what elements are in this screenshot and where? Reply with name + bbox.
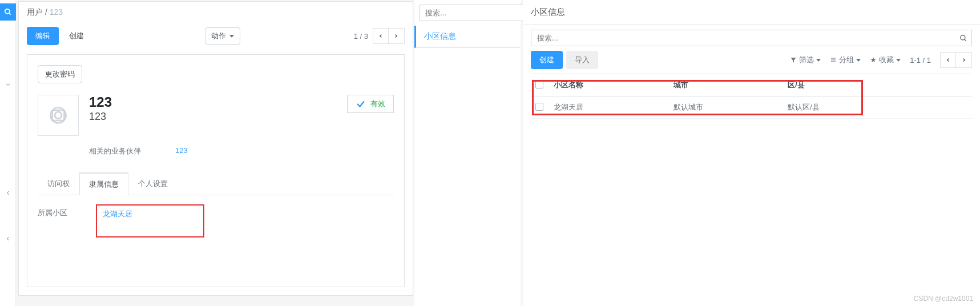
filter-dropdown[interactable]: 筛选: [790, 55, 821, 65]
list-pager-next[interactable]: [956, 52, 972, 68]
cell-district: 默认区/县: [788, 102, 967, 112]
pager-prev-button[interactable]: [373, 28, 389, 44]
list-pager: 1-1 / 1: [910, 56, 931, 65]
chevron-left-icon[interactable]: [0, 183, 16, 203]
search-icon[interactable]: [0, 3, 16, 21]
svg-line-1: [9, 13, 11, 15]
breadcrumb-current: 123: [50, 7, 63, 17]
column-district[interactable]: 区/县: [788, 80, 967, 90]
list-import-button[interactable]: 导入: [566, 51, 598, 69]
caret-down-icon: [816, 59, 821, 62]
tab-belong[interactable]: 隶属信息: [79, 172, 128, 195]
pager: 1 / 3: [354, 28, 405, 44]
nav-strip: [0, 0, 16, 306]
list-create-button[interactable]: 创建: [531, 51, 563, 69]
row-checkbox[interactable]: [535, 103, 543, 111]
column-city[interactable]: 城市: [674, 80, 788, 90]
group-dropdown[interactable]: 分组: [830, 55, 861, 65]
table-header: 小区名称 城市 区/县: [531, 74, 972, 96]
favorite-dropdown[interactable]: 收藏: [870, 55, 901, 65]
user-form-panel: 用户 / 123 编辑 创建 动作 1 / 3 更改密码: [18, 1, 413, 296]
change-password-button[interactable]: 更改密码: [38, 65, 82, 83]
caret-down-icon: [229, 35, 234, 38]
related-partner-link[interactable]: 123: [175, 146, 188, 156]
side-panel: 小区信息: [414, 0, 521, 306]
list-search-input[interactable]: [531, 30, 955, 46]
svg-point-0: [5, 9, 10, 14]
create-button[interactable]: 创建: [61, 27, 92, 45]
related-partner-label: 相关的业务伙伴: [89, 146, 141, 156]
list-pager-prev[interactable]: [940, 52, 956, 68]
user-name: 123: [89, 95, 112, 110]
highlight-box: 龙湖天居: [96, 204, 204, 237]
select-all-checkbox[interactable]: [535, 80, 543, 88]
tab-preferences[interactable]: 个人设置: [128, 172, 178, 195]
cell-city: 默认城市: [674, 102, 788, 112]
breadcrumb: 用户 / 123: [19, 2, 413, 23]
edit-button[interactable]: 编辑: [27, 27, 59, 45]
svg-line-8: [965, 39, 966, 41]
action-dropdown[interactable]: 动作: [205, 27, 240, 45]
svg-point-7: [961, 35, 965, 39]
star-icon: [870, 57, 877, 63]
list-title: 小区信息: [523, 0, 980, 25]
caret-down-icon: [856, 59, 861, 62]
list-icon: [830, 57, 837, 63]
community-link[interactable]: 龙湖天居: [103, 210, 132, 218]
chevron-down-icon[interactable]: [0, 74, 16, 95]
status-badge[interactable]: 有效: [347, 95, 394, 113]
sidebar-item-community[interactable]: 小区信息: [414, 26, 521, 48]
side-search-input[interactable]: [419, 5, 527, 21]
breadcrumb-module[interactable]: 用户: [27, 7, 43, 17]
table-row[interactable]: 龙湖天居 默认城市 默认区/县: [531, 96, 972, 119]
user-login: 123: [89, 111, 112, 123]
cell-name: 龙湖天居: [554, 102, 674, 112]
search-icon[interactable]: [955, 34, 971, 42]
list-panel: 小区信息 创建 导入 筛选 分组: [523, 0, 980, 306]
caret-down-icon: [896, 59, 901, 62]
svg-point-3: [55, 112, 62, 119]
chevron-left-icon[interactable]: [0, 228, 16, 249]
watermark: CSDN @cd2w1001: [914, 295, 973, 303]
tab-access[interactable]: 访问权: [38, 172, 79, 195]
community-field-label: 所属小区: [38, 204, 67, 218]
pager-next-button[interactable]: [389, 28, 405, 44]
filter-icon: [790, 57, 797, 63]
avatar-placeholder[interactable]: [38, 95, 79, 136]
check-icon: [356, 99, 366, 109]
column-name[interactable]: 小区名称: [554, 80, 674, 90]
